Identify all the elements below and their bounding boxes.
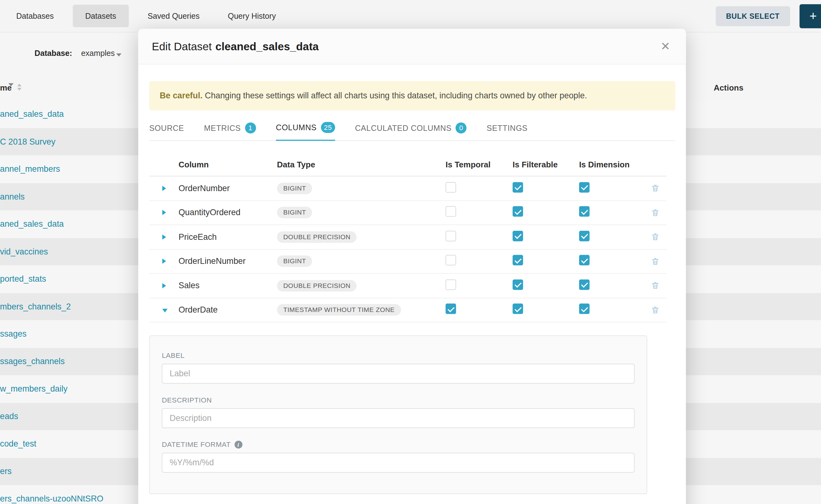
dataset-link[interactable]: annels (0, 192, 25, 201)
label-field-label: LABEL (162, 352, 635, 359)
info-icon[interactable]: i (234, 441, 242, 448)
delete-icon[interactable] (651, 233, 660, 241)
delete-icon[interactable] (651, 208, 660, 217)
is-temporal-checkbox[interactable] (446, 182, 456, 193)
edit-dataset-modal: Edit Dataset cleaned_sales_data ✕ Be car… (138, 29, 686, 504)
warning-banner: Be careful. Changing these settings will… (149, 81, 675, 111)
dataset-link[interactable]: C 2018 Survey (0, 137, 55, 146)
dataset-link[interactable]: vid_vaccines (0, 247, 48, 256)
dataset-link[interactable]: ssages_channels (0, 357, 65, 366)
dataset-link[interactable]: w_members_daily (0, 384, 67, 394)
column-name: OrderDate (179, 305, 277, 315)
dataset-link[interactable]: ported_stats (0, 274, 46, 284)
description-input[interactable] (162, 408, 635, 428)
is-temporal-checkbox[interactable] (446, 255, 456, 266)
expand-caret-icon[interactable] (162, 283, 166, 288)
is-filterable-checkbox[interactable] (513, 206, 523, 217)
bulk-select-button[interactable]: BULK SELECT (715, 6, 790, 26)
is-temporal-checkbox[interactable] (446, 206, 456, 217)
database-filter-label: Database: (35, 49, 72, 57)
delete-icon[interactable] (651, 257, 660, 265)
dataset-link[interactable]: ssages (0, 329, 27, 339)
warning-bold-text: Be careful. (160, 91, 202, 100)
name-column-header[interactable]: me (0, 83, 12, 92)
field-label-text: DESCRIPTION (162, 396, 212, 404)
delete-icon[interactable] (651, 281, 660, 290)
datetime-format-field-label: DATETIME FORMAT i (162, 441, 635, 448)
collapse-caret-icon[interactable] (162, 309, 168, 313)
expand-caret-icon[interactable] (162, 259, 166, 264)
columns-table: Column Data Type Is Temporal Is Filterab… (149, 154, 667, 323)
is-dimension-checkbox[interactable] (579, 255, 590, 266)
modal-body: Be careful. Changing these settings will… (138, 64, 686, 494)
nav-item-query-history[interactable]: Query History (218, 5, 285, 27)
is-filterable-checkbox[interactable] (513, 279, 523, 290)
dataset-link[interactable]: ers_channels-uzooNNtSRO (0, 494, 103, 504)
is-filterable-checkbox[interactable] (513, 231, 523, 241)
tab-label: SOURCE (149, 123, 184, 132)
expand-caret-icon[interactable] (162, 186, 166, 191)
nav-actions: BULK SELECT + (715, 4, 821, 28)
column-name: PriceEach (179, 232, 277, 242)
nav-item-databases[interactable]: Databases (7, 5, 63, 27)
datetime-format-input[interactable] (162, 453, 635, 473)
expand-caret-icon[interactable] (162, 210, 166, 215)
columns-table-header: Column Data Type Is Temporal Is Filterab… (149, 154, 667, 176)
close-icon[interactable]: ✕ (659, 38, 672, 54)
is-temporal-checkbox[interactable] (446, 231, 456, 241)
is-filterable-header: Is Filterable (513, 160, 579, 170)
is-temporal-checkbox[interactable] (446, 304, 456, 314)
tab-label: CALCULATED COLUMNS (355, 123, 452, 132)
modal-title-dataset-name: cleaned_sales_data (215, 40, 319, 52)
label-input[interactable] (162, 364, 635, 384)
delete-icon[interactable] (651, 184, 660, 193)
description-field-group: DESCRIPTION (162, 396, 635, 428)
database-filter-value[interactable]: examples (81, 49, 115, 57)
add-dataset-button[interactable]: + (799, 4, 821, 28)
is-filterable-checkbox[interactable] (513, 304, 523, 314)
tab-metrics[interactable]: METRICS 1 (204, 122, 256, 141)
count-badge: 25 (321, 122, 335, 133)
column-row: Sales DOUBLE PRECISION (149, 274, 667, 298)
top-nav: Databases Datasets Saved Queries Query H… (0, 0, 821, 32)
is-dimension-checkbox[interactable] (579, 182, 590, 193)
data-type-pill: BIGINT (277, 183, 312, 194)
is-dimension-checkbox[interactable] (579, 231, 590, 241)
count-badge: 0 (456, 122, 467, 133)
dataset-link[interactable]: code_test (0, 439, 36, 449)
field-label-text: DATETIME FORMAT (162, 441, 230, 448)
tab-calculated-columns[interactable]: CALCULATED COLUMNS 0 (355, 122, 467, 141)
tab-settings[interactable]: SETTINGS (487, 122, 528, 141)
dataset-link[interactable]: eads (0, 412, 18, 421)
modal-tabs: SOURCE METRICS 1 COLUMNS 25 CALCULATED C… (149, 122, 675, 141)
dataset-link[interactable]: mbers_channels_2 (0, 302, 71, 311)
dataset-link[interactable]: annel_members (0, 165, 60, 174)
data-type-pill: DOUBLE PRECISION (277, 280, 357, 291)
tab-label: SETTINGS (487, 123, 528, 132)
modal-title: Edit Dataset (152, 40, 212, 52)
is-filterable-checkbox[interactable] (513, 255, 523, 266)
dataset-link[interactable]: aned_sales_data (0, 110, 64, 119)
data-type-header: Data Type (277, 160, 446, 170)
is-filterable-checkbox[interactable] (513, 182, 523, 193)
data-type-pill: TIMESTAMP WITHOUT TIME ZONE (277, 304, 401, 316)
column-detail-panel: LABEL DESCRIPTION DATETIME FORMAT i (149, 335, 647, 494)
column-row: QuantityOrdered BIGINT (149, 201, 667, 225)
is-temporal-checkbox[interactable] (446, 279, 456, 290)
sort-icon[interactable] (17, 84, 21, 91)
chevron-down-icon[interactable] (116, 53, 121, 57)
tab-columns[interactable]: COLUMNS 25 (276, 122, 335, 141)
dataset-link[interactable]: ers (0, 467, 12, 476)
tab-label: METRICS (204, 123, 241, 132)
delete-icon[interactable] (651, 305, 660, 314)
warning-text: Changing these settings will affect all … (205, 91, 587, 100)
tab-source[interactable]: SOURCE (149, 122, 184, 141)
nav-item-datasets[interactable]: Datasets (72, 5, 129, 27)
nav-item-saved-queries[interactable]: Saved Queries (138, 5, 209, 27)
is-dimension-checkbox[interactable] (579, 279, 590, 290)
expand-caret-icon[interactable] (162, 234, 166, 240)
is-dimension-checkbox[interactable] (579, 304, 590, 314)
is-dimension-checkbox[interactable] (579, 206, 590, 217)
dataset-link[interactable]: aned_sales_data (0, 220, 64, 229)
column-name: OrderLineNumber (179, 257, 277, 266)
